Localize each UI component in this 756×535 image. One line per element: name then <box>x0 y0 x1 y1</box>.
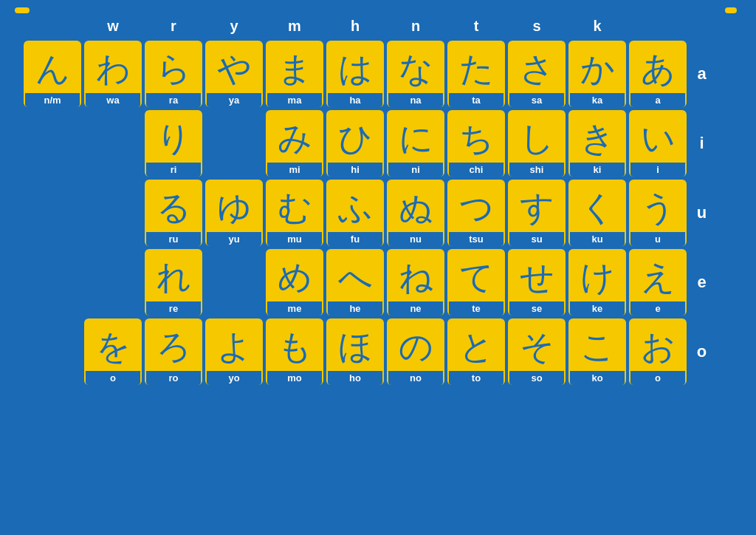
hiragana-cell-so: そso <box>508 318 566 385</box>
hiragana-char: ら <box>157 44 191 93</box>
romaji-label: ya <box>207 93 261 107</box>
hiragana-cell-mo: もmo <box>266 318 323 385</box>
hiragana-char: せ <box>520 252 554 301</box>
hiragana-cell-wa: わwa <box>84 41 142 107</box>
empty-cell <box>24 249 81 316</box>
romaji-label: ne <box>388 301 443 316</box>
hiragana-char: に <box>399 113 433 163</box>
hiragana-char: ふ <box>338 183 373 232</box>
romaji-label: o <box>86 371 140 385</box>
hiragana-char: す <box>520 183 554 232</box>
romaji-label: mi <box>267 163 322 177</box>
hiragana-cell-me: めme <box>266 249 323 316</box>
hiragana-cell-u: うu <box>629 180 687 246</box>
romaji-label: ru <box>146 232 201 246</box>
hiragana-row-u: るruゆyuむmuふfuぬnuつtsuすsuくkuうuu <box>22 178 741 248</box>
romaji-label: ki <box>570 163 625 177</box>
hiragana-cell-su: すsu <box>508 180 566 246</box>
hiragana-char: わ <box>96 44 131 93</box>
romaji-label: ho <box>328 371 382 385</box>
hiragana-cell-sa: さsa <box>508 41 566 107</box>
romaji-label: re <box>146 301 201 316</box>
hiragana-char: か <box>580 44 615 93</box>
logo-area <box>725 7 741 13</box>
hiragana-char: え <box>641 252 676 301</box>
hiragana-cell-ki: きki <box>568 110 626 177</box>
romaji-label: mu <box>267 232 322 246</box>
hiragana-char: ち <box>459 113 494 163</box>
hiragana-row-o: をoろroよyoもmoほhoのnoとtoそsoこkoおoo <box>22 317 741 386</box>
romaji-label: chi <box>449 163 504 177</box>
empty-cell <box>24 318 81 385</box>
logo-box <box>725 7 737 13</box>
hiragana-cell-ra: らra <box>145 41 202 107</box>
romaji-label: ro <box>146 371 201 385</box>
hiragana-char: う <box>641 183 676 232</box>
hiragana-char: つ <box>459 183 494 232</box>
hiragana-char: る <box>157 183 191 232</box>
romaji-label: yo <box>207 371 261 385</box>
hiragana-char: そ <box>520 321 554 371</box>
hiragana-cell-yu: ゆyu <box>205 180 263 246</box>
hiragana-char: の <box>399 321 433 371</box>
hiragana-cell-ke: けke <box>568 249 626 316</box>
hiragana-cell-ro: ろro <box>145 318 202 385</box>
row-vowel-label-a: a <box>693 64 711 84</box>
romaji-label: e <box>630 301 685 316</box>
col-header-h: h <box>325 18 385 35</box>
hiragana-cell-i: いi <box>629 110 687 177</box>
romaji-label: ra <box>146 93 201 107</box>
hiragana-cell-he: へhe <box>326 249 384 316</box>
hiragana-cell-to: とto <box>447 318 505 385</box>
row-vowel-label-e: e <box>693 273 711 292</box>
row-vowel-label-u: u <box>693 203 711 222</box>
hiragana-cell-nu: ぬnu <box>387 180 444 246</box>
hiragana-char: ん <box>35 44 70 93</box>
romaji-label: mo <box>267 371 322 385</box>
hiragana-char: あ <box>641 44 676 93</box>
row-vowel-label-o: o <box>693 342 711 361</box>
hiragana-cell-ko: こko <box>568 318 626 385</box>
hiragana-cell-na: なna <box>387 41 444 107</box>
hiragana-cell-ya: やya <box>205 41 263 107</box>
hiragana-char: ひ <box>338 113 373 163</box>
hiragana-char: ゆ <box>217 183 252 232</box>
hiragana-row-a: んn/mわwaらraやyaまmaはhaなnaたtaさsaかkaあaa <box>22 39 741 109</box>
empty-cell <box>24 110 81 177</box>
hiragana-cell-ri: りri <box>145 110 202 177</box>
romaji-label: i <box>630 163 685 177</box>
hiragana-char: ほ <box>338 321 373 371</box>
romaji-label: ku <box>570 232 625 246</box>
hiragana-cell-chi: ちchi <box>447 110 505 177</box>
hiragana-char: い <box>641 113 676 163</box>
romaji-label: ko <box>570 371 625 385</box>
romaji-label: ma <box>267 93 322 107</box>
romaji-label: to <box>449 371 504 385</box>
romaji-label: nu <box>388 232 443 246</box>
empty-cell <box>84 249 142 316</box>
romaji-label: yu <box>207 232 261 246</box>
hiragana-char: も <box>278 321 312 371</box>
row-vowel-label-i: i <box>693 134 711 153</box>
hiragana-char: り <box>157 113 191 163</box>
romaji-label: he <box>328 301 382 316</box>
hiragana-char: お <box>641 321 676 371</box>
romaji-label: se <box>509 301 564 316</box>
empty-cell <box>24 180 81 246</box>
col-header-w: w <box>83 18 143 35</box>
hiragana-char: へ <box>338 252 373 301</box>
romaji-label: wa <box>86 93 140 107</box>
hiragana-char: は <box>338 44 373 93</box>
hiragana-char: む <box>278 183 312 232</box>
hiragana-char: く <box>580 183 615 232</box>
col-header-n: n <box>385 18 446 35</box>
hiragana-char: ぬ <box>399 183 433 232</box>
empty-cell <box>205 249 263 316</box>
hiragana-char: て <box>459 252 494 301</box>
hiragana-cell-mi: みmi <box>266 110 323 177</box>
hiragana-char: よ <box>217 321 252 371</box>
hiragana-cell-se: せse <box>508 249 566 316</box>
empty-cell <box>84 180 142 246</box>
hiragana-cell-ta: たta <box>447 41 505 107</box>
hiragana-row-i: りriみmiひhiにniちchiしshiきkiいii <box>22 109 741 178</box>
